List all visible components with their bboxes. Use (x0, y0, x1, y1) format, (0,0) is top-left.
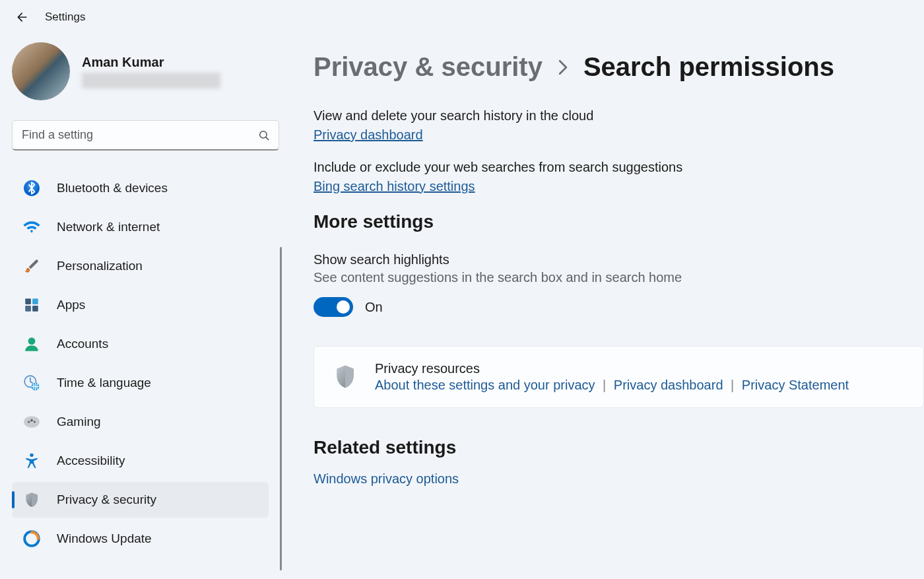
sidebar-item-bluetooth-devices[interactable]: Bluetooth & devices (12, 170, 269, 206)
svg-point-11 (28, 421, 30, 423)
svg-rect-3 (25, 298, 31, 304)
separator: | (727, 378, 738, 392)
search-highlights-desc: See content suggestions in the search bo… (314, 270, 924, 285)
clock-globe-icon (22, 374, 41, 392)
svg-rect-6 (32, 306, 38, 312)
more-settings-heading: More settings (314, 211, 924, 232)
svg-point-12 (34, 421, 36, 423)
svg-point-7 (28, 337, 36, 345)
svg-point-15 (30, 454, 33, 457)
chevron-right-icon (557, 59, 569, 81)
privacy-dashboard-link-2[interactable]: Privacy dashboard (614, 378, 723, 392)
sidebar-item-label: Time & language (57, 376, 151, 390)
apps-icon (22, 296, 41, 314)
sidebar-scrollbar[interactable] (280, 247, 282, 570)
user-account-row[interactable]: Aman Kumar (12, 42, 287, 100)
windows-privacy-options-link[interactable]: Windows privacy options (314, 471, 459, 486)
privacy-resources-card: Privacy resources About these settings a… (314, 346, 924, 408)
sidebar-item-personalization[interactable]: Personalization (12, 248, 269, 284)
toggle-state-label: On (365, 300, 383, 315)
sidebar-item-gaming[interactable]: Gaming (12, 404, 269, 440)
bing-search-history-link[interactable]: Bing search history settings (314, 179, 475, 193)
search-icon (258, 129, 270, 141)
privacy-dashboard-link[interactable]: Privacy dashboard (314, 127, 423, 142)
svg-rect-4 (32, 298, 38, 304)
sidebar-item-privacy-security[interactable]: Privacy & security (12, 482, 269, 518)
sidebar-item-accessibility[interactable]: Accessibility (12, 443, 269, 479)
sidebar-item-label: Accessibility (57, 454, 125, 468)
back-button[interactable] (16, 11, 29, 24)
separator: | (599, 378, 610, 392)
related-settings-heading: Related settings (314, 437, 924, 458)
bing-exclude-text: Include or exclude your web searches fro… (314, 160, 924, 175)
sidebar-item-time-language[interactable]: Time & language (12, 365, 269, 401)
gaming-icon (22, 413, 41, 431)
sidebar-item-windows-update[interactable]: Windows Update (12, 521, 269, 557)
svg-rect-14 (30, 420, 33, 421)
svg-point-10 (24, 416, 40, 427)
sidebar-item-label: Privacy & security (57, 493, 156, 507)
about-settings-link[interactable]: About these settings and your privacy (375, 378, 595, 392)
main-content: Privacy & security Search permissions Vi… (287, 29, 924, 575)
cloud-history-text: View and delete your search history in t… (314, 108, 924, 123)
page-title: Search permissions (583, 52, 834, 82)
sidebar-item-label: Gaming (57, 415, 101, 429)
shield-icon (22, 491, 41, 509)
svg-line-1 (266, 137, 269, 140)
sidebar-item-label: Personalization (57, 259, 143, 273)
person-icon (22, 335, 41, 353)
user-email-obscured (82, 73, 220, 88)
sidebar-item-label: Accounts (57, 337, 108, 351)
sidebar-item-label: Network & internet (57, 220, 160, 234)
user-name: Aman Kumar (82, 55, 220, 70)
breadcrumb: Privacy & security Search permissions (314, 52, 924, 82)
brush-icon (22, 257, 41, 275)
wifi-icon (22, 218, 41, 236)
breadcrumb-parent[interactable]: Privacy & security (314, 52, 543, 82)
accessibility-icon (22, 452, 41, 470)
privacy-statement-link[interactable]: Privacy Statement (742, 378, 849, 392)
app-title: Settings (45, 11, 85, 24)
privacy-resources-title: Privacy resources (375, 361, 904, 376)
sidebar-item-accounts[interactable]: Accounts (12, 326, 269, 362)
shield-icon (334, 364, 356, 390)
bluetooth-icon (22, 179, 41, 197)
avatar (12, 42, 70, 100)
arrow-left-icon (16, 11, 29, 24)
svg-rect-5 (25, 306, 31, 312)
search-highlights-title: Show search highlights (314, 252, 924, 267)
sidebar-item-apps[interactable]: Apps (12, 287, 269, 323)
sidebar-item-network-internet[interactable]: Network & internet (12, 209, 269, 245)
sidebar-item-label: Bluetooth & devices (57, 181, 168, 195)
update-icon (22, 529, 41, 548)
sidebar: Aman Kumar Bluetooth & devices Networ (0, 29, 287, 575)
search-input[interactable] (12, 120, 279, 151)
sidebar-item-label: Apps (57, 298, 85, 312)
sidebar-item-label: Windows Update (57, 531, 152, 546)
search-highlights-toggle[interactable] (314, 297, 353, 317)
